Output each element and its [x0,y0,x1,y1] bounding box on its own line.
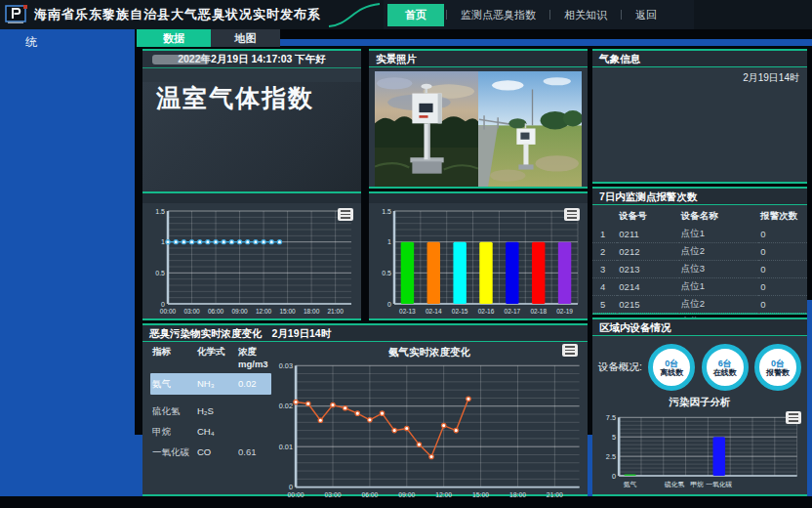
alarm-counts-title: 7日内监测点报警次数 [592,189,807,205]
svg-text:18:00: 18:00 [304,308,320,315]
factor-chart-title: 污染因子分析 [592,395,807,409]
svg-text:7.5: 7.5 [606,413,616,422]
svg-text:06:00: 06:00 [361,491,378,498]
menu-icon[interactable] [562,344,578,357]
svg-text:0: 0 [161,301,165,308]
nav-item-back[interactable]: 返回 [624,4,669,26]
table-row: 40214点位10 [592,278,807,296]
factor-bar-chart: 02.557.5氨气硫化氢甲烷一氧化碳 [594,411,805,489]
greenhouse-body: 温室气体指数 [142,82,361,202]
svg-text:0: 0 [612,472,616,481]
panel-odor-pollutants: 恶臭污染物实时浓度变化 2月19日14时 指标 化学式 浓度 mg/m3 氨气 … [142,323,588,496]
svg-text:甲烷: 甲烷 [690,481,704,488]
svg-text:1: 1 [387,238,391,245]
ammonia-chart-title: 氨气实时浓度变化 [271,344,588,360]
chart-head-strip [142,193,361,203]
site-photo-day [478,71,582,187]
svg-text:0.02: 0.02 [279,402,293,410]
col-concentration: 浓度 mg/m3 [238,346,271,369]
svg-text:09:00: 09:00 [231,308,248,315]
svg-text:09:00: 09:00 [398,491,415,498]
site-photos-title: 实景照片 [369,51,588,67]
svg-text:02-16: 02-16 [478,308,495,315]
svg-text:12:00: 12:00 [435,491,452,498]
svg-text:0.5: 0.5 [382,270,391,276]
svg-text:0.03: 0.03 [279,361,293,370]
panel-daily-chart: 00.511.502-1302-1402-1502-1602-1702-1802… [369,191,588,320]
menu-icon[interactable] [786,411,801,424]
datetime-bar: 2022年2月19日 14:17:03 下午好 [142,51,361,68]
odor-panel-header: 恶臭污染物实时浓度变化 2月19日14时 [142,325,588,342]
svg-text:21:00: 21:00 [328,308,345,315]
daily-chart: 00.511.502-1302-1402-1502-1602-1702-1802… [369,203,588,318]
nav-separator [549,10,550,20]
app-header: 海南省乐东黎族自治县大气恶臭状况实时发布系 首页 监测点恶臭指数 相关知识 返回 [0,0,812,29]
ammonia-line-chart: 00.010.020.0300:0003:0006:0009:0012:0015… [271,360,588,500]
col-index [592,207,617,226]
page-title: 海南省乐东黎族自治县大气恶臭状况实时发布系 [34,6,321,23]
tab-bar: 数据 地图 [0,29,812,47]
sidebar: 统 [0,29,135,496]
table-row: 20212点位20 [592,243,807,261]
svg-text:03:00: 03:00 [183,308,200,315]
nav-separator [446,10,447,20]
unit-label: mg/m3 [238,359,271,369]
svg-text:0.5: 0.5 [155,270,165,276]
svg-text:硫化氢: 硫化氢 [664,481,685,488]
odor-row-h2s[interactable]: 硫化氢 H₂S [152,401,271,421]
svg-text:00:00: 00:00 [288,491,304,498]
device-overview-label: 设备概况: [598,360,642,374]
odor-date: 2月19日14时 [272,325,332,341]
tab-map[interactable]: 地图 [211,29,280,47]
svg-text:02-14: 02-14 [426,308,442,315]
svg-text:02-13: 02-13 [399,308,416,315]
table-row: 50215点位20 [592,296,807,314]
region-devices-title: 区域内设备情况 [592,319,807,336]
odor-title: 恶臭污染物实时浓度变化 [149,325,263,341]
svg-text:02-17: 02-17 [505,308,521,315]
odor-row-methane[interactable]: 甲烷 CH₄ [152,421,271,442]
menu-icon[interactable] [564,208,580,221]
svg-text:12:00: 12:00 [256,308,272,315]
table-row: 30213点位30 [592,261,807,278]
menu-icon[interactable] [338,208,353,221]
daily-bar-chart: 00.511.502-1302-1402-1502-1602-1702-1802… [371,205,586,317]
main-nav: 首页 监测点恶臭指数 相关知识 返回 [384,0,694,29]
site-photo-dusk [375,71,478,187]
greenhouse-chart: 00.511.500:0003:0006:0009:0012:0015:0018… [142,203,361,318]
factor-chart: 02.557.5氨气硫化氢甲烷一氧化碳 [592,409,807,491]
photo-strip [375,71,582,187]
app-logo-icon [5,5,28,24]
nav-item-odor-index[interactable]: 监测点恶臭指数 [449,4,548,26]
greenhouse-title: 温室气体指数 [156,82,361,114]
panel-weather: 气象信息 2月19日14时 [592,49,807,184]
tab-underline [280,39,812,46]
svg-text:0: 0 [387,301,391,308]
panel-greenhouse-index: 2022年2月19日 14:17:03 下午好 温室气体指数 [142,49,361,189]
svg-text:18:00: 18:00 [509,491,526,498]
svg-text:02-19: 02-19 [556,308,573,315]
header-curve-decoration [327,1,382,28]
offline-count-badge: 0台 离线数 [648,344,695,391]
tab-data[interactable]: 数据 [137,29,211,47]
nav-item-knowledge[interactable]: 相关知识 [552,4,619,26]
odor-table: 指标 化学式 浓度 mg/m3 氨气 NH₃ 0.02 硫化氢 H₂S [142,342,271,494]
svg-text:00:00: 00:00 [160,308,177,315]
blurred-area [152,55,209,64]
nav-item-home[interactable]: 首页 [387,4,444,26]
col-alarm-count: 报警次数 [758,207,807,226]
nav-separator [621,10,622,20]
chart-head-strip [369,193,588,203]
dashboard: 海南省乐东黎族自治县大气恶臭状况实时发布系 首页 监测点恶臭指数 相关知识 返回… [0,0,812,508]
odor-row-co[interactable]: 一氧化碳 CO 0.61 [152,442,271,462]
odor-row-ammonia[interactable]: 氨气 NH₃ 0.02 [150,373,271,395]
weather-title: 气象信息 [592,51,807,67]
panel-alarm-counts: 7日内监测点报警次数 设备号 设备名称 报警次数 10211点位10 20212… [592,187,807,315]
svg-text:2.5: 2.5 [606,452,616,461]
svg-text:03:00: 03:00 [324,491,341,498]
svg-text:一氧化碳: 一氧化碳 [706,481,732,488]
svg-text:02-18: 02-18 [530,308,547,315]
col-indicator: 指标 [152,346,197,359]
greenhouse-line-chart: 00.511.500:0003:0006:0009:0012:0015:0018… [144,205,359,317]
col-device-name: 设备名称 [679,207,759,226]
